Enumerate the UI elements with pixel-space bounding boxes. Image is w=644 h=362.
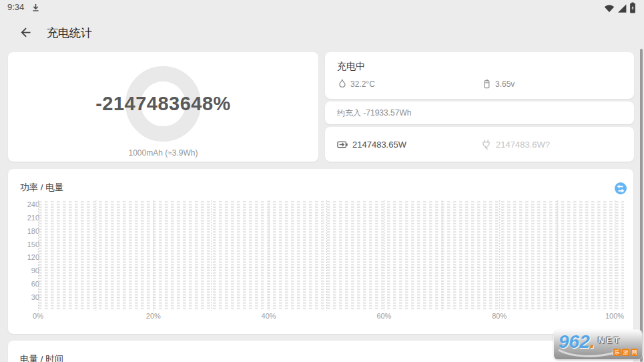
x-tick-label: 60% [369, 311, 398, 321]
power-card: 2147483.65W 2147483.6W? [325, 127, 634, 162]
download-icon [31, 3, 40, 12]
y-tick-label: 30 [8, 293, 39, 302]
battery-percent-value: -2147483648% [8, 93, 318, 115]
x-tick-label: 80% [485, 311, 514, 321]
y-tick-label: 120 [8, 252, 39, 262]
x-tick-label: 100% [600, 311, 629, 321]
temperature-value: 32.2°C [350, 79, 375, 89]
wifi-icon [604, 4, 615, 13]
status-bar: 9:34 [0, 0, 644, 16]
y-tick-label: 180 [8, 226, 39, 236]
x-tick-label: 40% [254, 311, 284, 321]
time-chart-title: 电量 / 时间 [20, 353, 63, 362]
energy-charged-card: 约充入 -71933.57Wh [325, 102, 634, 124]
x-tick-label: 20% [139, 311, 168, 321]
y-tick-label: 90 [8, 266, 39, 275]
flame-icon [337, 79, 347, 89]
battery-capacity-note: 1000mAh (≈3.9Wh) [8, 148, 318, 158]
app-bar: 充电统计 [0, 16, 644, 48]
cellular-signal-icon [617, 4, 627, 13]
time-chart-card: 电量 / 时间 [8, 341, 633, 362]
watermark-962net-logo: 962. NET 乐游网 [554, 330, 642, 359]
battery-input-icon [337, 139, 348, 150]
y-tick-label: 60 [8, 279, 39, 289]
back-arrow-icon [19, 25, 33, 39]
charge-state-label: 充电中 [337, 61, 622, 73]
temperature-cell: 32.2°C [337, 79, 482, 89]
charge-state-metrics: 32.2°C 3.65v [337, 79, 622, 89]
watermark-site-char: 乐 [613, 349, 621, 356]
energy-charged-text: 约充入 -71933.57Wh [337, 108, 411, 119]
power-chart-y-axis: 240210180150120906030 [8, 169, 39, 316]
estimated-power-cell: 2147483.6W? [480, 139, 550, 150]
battery-level-card: -2147483648% 1000mAh (≈3.9Wh) [8, 52, 318, 162]
voltage-value: 3.65v [495, 79, 515, 89]
estimated-power-value: 2147483.6W? [496, 140, 550, 150]
battery-charging-icon [629, 2, 636, 13]
vertical-scrollbar[interactable] [640, 49, 643, 362]
watermark-site-name: 乐游网 [613, 349, 638, 356]
y-tick-label: 150 [8, 240, 39, 249]
clock: 9:34 [7, 2, 24, 12]
watermark-site-char: 游 [622, 349, 629, 356]
y-tick-label: 240 [8, 200, 39, 209]
current-power-cell: 2147483.65W [337, 139, 480, 150]
power-chart-x-axis: 0%20%40%60%80%100% [38, 311, 624, 321]
current-power-value: 2147483.65W [352, 140, 406, 150]
page-title: 充电统计 [47, 25, 92, 41]
grid-dot-texture [38, 200, 624, 311]
plug-icon [480, 139, 492, 150]
swap-axes-icon[interactable] [615, 182, 627, 194]
watermark-tld: NET [598, 335, 621, 345]
watermark-number: 962. [559, 331, 595, 353]
battery-outline-icon [482, 79, 492, 89]
back-button[interactable] [15, 21, 36, 43]
power-chart-plot-area [38, 200, 624, 311]
watermark-dot: . [590, 331, 595, 352]
charge-state-card: 充电中 32.2°C 3.65v [325, 52, 634, 99]
watermark-site-char: 网 [631, 349, 638, 356]
x-tick-label: 0% [23, 311, 53, 321]
power-chart-card: 功率 / 电量 240210180150120906030 0%20%40%60… [8, 169, 633, 334]
voltage-cell: 3.65v [482, 79, 515, 89]
y-tick-label: 210 [8, 213, 39, 222]
